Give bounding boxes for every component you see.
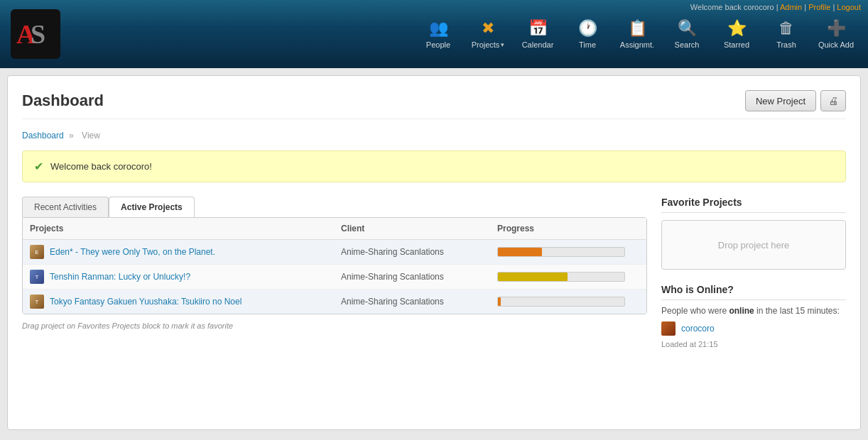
table-row: TTokyo Fantasy Gakuen Yuushaka: Tsukiiro… xyxy=(23,290,646,314)
favorites-drop-text: Drop project here xyxy=(718,240,789,251)
project-cell: TTokyo Fantasy Gakuen Yuushaka: Tsukiiro… xyxy=(30,295,341,309)
welcome-banner: ✔ Welcome back corocoro! xyxy=(22,150,846,182)
time-icon: 🕐 xyxy=(578,19,597,38)
client-cell: Anime-Sharing Scanlations xyxy=(341,272,497,282)
projects-table: Projects Client Progress EEden* - They w… xyxy=(22,217,647,314)
online-user: corocoro xyxy=(661,321,846,336)
nav-item-search[interactable]: 🔍Search xyxy=(662,6,712,62)
trash-label: Trash xyxy=(776,40,796,49)
breadcrumb-current: View xyxy=(82,131,100,141)
table-header: Projects Client Progress xyxy=(23,218,646,240)
print-icon: 🖨 xyxy=(828,95,838,106)
print-button[interactable]: 🖨 xyxy=(820,90,846,111)
assignments-label: Assignmt. xyxy=(620,40,654,49)
project-title: Tenshin Ranman: Lucky or Unlucky!? xyxy=(50,272,190,282)
project-title: Tokyo Fantasy Gakuen Yuushaka: Tsukiiro … xyxy=(50,297,242,307)
client-cell: Anime-Sharing Scanlations xyxy=(341,247,497,257)
nav-item-time[interactable]: 🕐Time xyxy=(563,6,612,62)
topbar: A S Welcome back corocoro | Admin | Prof… xyxy=(0,0,868,68)
favorites-section: Favorite Projects Drop project here xyxy=(661,197,846,270)
quickadd-icon: ➕ xyxy=(827,19,846,38)
user-avatar xyxy=(661,321,676,336)
time-label: Time xyxy=(579,40,596,49)
main-bg: Dashboard New Project 🖨 Dashboard » View… xyxy=(0,68,868,440)
table-row: EEden* - They were Only Two, on the Plan… xyxy=(23,240,646,265)
table-row: TTenshin Ranman: Lucky or Unlucky!?Anime… xyxy=(23,265,646,290)
progress-bar-wrap xyxy=(497,297,625,307)
nav-item-assignments[interactable]: 📋Assignmt. xyxy=(612,6,662,62)
starred-label: Starred xyxy=(724,40,749,49)
search-icon: 🔍 xyxy=(678,19,697,38)
drag-hint: Drag project on Favorites Projects block… xyxy=(22,321,647,330)
project-link[interactable]: EEden* - They were Only Two, on the Plan… xyxy=(30,245,341,259)
quickadd-label: Quick Add xyxy=(818,40,854,49)
search-label: Search xyxy=(675,40,700,49)
project-avatar: E xyxy=(30,245,44,259)
project-cell: EEden* - They were Only Two, on the Plan… xyxy=(30,245,341,259)
page-title: Dashboard xyxy=(22,92,104,110)
new-project-button[interactable]: New Project xyxy=(745,90,816,111)
loaded-time: Loaded at 21:15 xyxy=(661,340,846,348)
nav-item-starred[interactable]: ⭐Starred xyxy=(712,6,761,62)
progress-bar-wrap xyxy=(497,272,625,282)
client-cell: Anime-Sharing Scanlations xyxy=(341,297,497,307)
project-link[interactable]: TTokyo Fantasy Gakuen Yuushaka: Tsukiiro… xyxy=(30,295,341,309)
projects-dropdown-arrow: ▾ xyxy=(501,41,504,48)
project-avatar: T xyxy=(30,270,44,284)
breadcrumb-root[interactable]: Dashboard xyxy=(22,131,64,141)
col-client: Client xyxy=(341,224,497,233)
breadcrumb-sep: » xyxy=(69,131,74,141)
nav-item-calendar[interactable]: 📅Calendar xyxy=(513,6,563,62)
online-desc-prefix: People who were xyxy=(661,306,727,316)
progress-bar-fill xyxy=(498,273,568,281)
nav-item-people[interactable]: 👥People xyxy=(413,6,463,62)
favorites-drop-zone[interactable]: Drop project here xyxy=(661,220,846,270)
project-avatar: T xyxy=(30,295,44,309)
calendar-label: Calendar xyxy=(522,40,554,49)
welcome-checkmark-icon: ✔ xyxy=(34,160,43,173)
nav-item-projects[interactable]: ✖Projects▾ xyxy=(463,6,513,62)
sidebar: Favorite Projects Drop project here Who … xyxy=(661,197,846,363)
tab-active[interactable]: Active Projects xyxy=(109,197,195,217)
progress-cell xyxy=(497,272,639,282)
favorites-title: Favorite Projects xyxy=(661,197,846,213)
panel-actions: New Project 🖨 xyxy=(745,90,846,111)
main-column: Recent ActivitiesActive Projects Project… xyxy=(22,197,647,363)
user-link[interactable]: corocoro xyxy=(681,324,715,334)
trash-icon: 🗑 xyxy=(779,19,794,38)
tab-recent[interactable]: Recent Activities xyxy=(22,197,109,217)
online-section: Who is Online? People who were online in… xyxy=(661,284,846,348)
breadcrumb: Dashboard » View xyxy=(22,131,846,141)
online-section-title: Who is Online? xyxy=(661,284,846,300)
svg-text:S: S xyxy=(31,19,45,49)
people-label: People xyxy=(426,40,450,49)
welcome-message: Welcome back corocoro! xyxy=(50,161,152,172)
online-desc-strong: online xyxy=(729,306,754,316)
progress-cell xyxy=(497,247,639,257)
progress-bar-fill xyxy=(498,248,542,256)
col-projects: Projects xyxy=(30,224,341,233)
online-desc-suffix: in the last 15 minutes: xyxy=(756,306,840,316)
nav-item-quickadd[interactable]: ➕Quick Add xyxy=(811,6,861,62)
logo: A S xyxy=(7,6,64,62)
progress-bar-wrap xyxy=(497,247,625,257)
assignments-icon: 📋 xyxy=(628,19,647,38)
main-nav: 👥People✖Projects▾📅Calendar🕐Time📋Assignmt… xyxy=(413,6,861,62)
col-progress: Progress xyxy=(497,224,639,233)
progress-cell xyxy=(497,297,639,307)
tabs: Recent ActivitiesActive Projects xyxy=(22,197,647,217)
progress-bar-fill xyxy=(498,297,501,306)
project-cell: TTenshin Ranman: Lucky or Unlucky!? xyxy=(30,270,341,284)
people-icon: 👥 xyxy=(429,19,448,38)
projects-label: Projects xyxy=(472,40,500,49)
project-link[interactable]: TTenshin Ranman: Lucky or Unlucky!? xyxy=(30,270,341,284)
panel-header: Dashboard New Project 🖨 xyxy=(22,90,846,119)
main-panel: Dashboard New Project 🖨 Dashboard » View… xyxy=(7,75,861,430)
nav-item-trash[interactable]: 🗑Trash xyxy=(761,6,811,62)
content-row: Recent ActivitiesActive Projects Project… xyxy=(22,197,846,363)
starred-icon: ⭐ xyxy=(727,19,747,38)
online-description: People who were online in the last 15 mi… xyxy=(661,306,846,316)
calendar-icon: 📅 xyxy=(528,19,548,38)
projects-icon: ✖ xyxy=(482,19,494,38)
project-title: Eden* - They were Only Two, on the Plane… xyxy=(50,247,215,257)
